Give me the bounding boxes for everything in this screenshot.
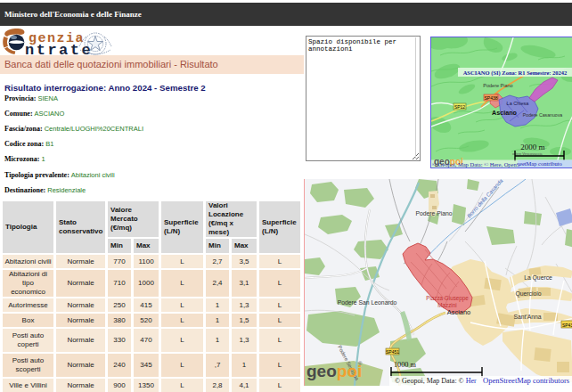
svg-text:Podere Piano: Podere Piano — [483, 83, 512, 88]
svg-text:Mazzini: Mazzini — [437, 302, 456, 308]
svg-text:OpenStreetMap contributors: OpenStreetMap contributors — [483, 376, 569, 385]
svg-text:Podere Piano: Podere Piano — [415, 210, 452, 216]
svg-text:Podere San Leonardo: Podere San Leonardo — [338, 299, 397, 306]
svg-text:© Geopoi, Map Data: © Here, Op: © Geopoi, Map Data: © Here, OpenS — [432, 161, 520, 167]
svg-text:La Chiesa: La Chiesa — [507, 101, 530, 106]
svg-text:Podere Casanuova: Podere Casanuova — [523, 112, 563, 118]
svg-text:Asciano: Asciano — [492, 109, 518, 117]
svg-text:SP12: SP12 — [454, 104, 465, 110]
svg-text:Querciolo: Querciolo — [515, 290, 541, 298]
svg-text:1000 m: 1000 m — [394, 361, 416, 369]
svg-text:geopoi: geopoi — [306, 362, 362, 380]
svg-text:ASCIANO (SI) Zona: R1 Semestre: ASCIANO (SI) Zona: R1 Semestre: 20242 — [463, 69, 568, 77]
svg-text:© Geopoi, Map Data: © Her: © Geopoi, Map Data: © Her — [395, 377, 477, 385]
svg-text:SP438: SP438 — [484, 95, 497, 101]
svg-text:odere Vescovaccia: odere Vescovaccia — [512, 151, 543, 156]
svg-text:SP43: SP43 — [562, 323, 572, 328]
svg-text:La Querce: La Querce — [524, 274, 552, 282]
svg-text:Asciano: Asciano — [447, 308, 470, 316]
svg-text:SP451: SP451 — [386, 349, 399, 355]
svg-text:eetMap contributo: eetMap contributo — [519, 160, 562, 167]
svg-text:®: ® — [358, 361, 363, 366]
svg-text:Sant'Anna: Sant'Anna — [513, 314, 541, 320]
svg-text:2000 m: 2000 m — [520, 143, 544, 151]
